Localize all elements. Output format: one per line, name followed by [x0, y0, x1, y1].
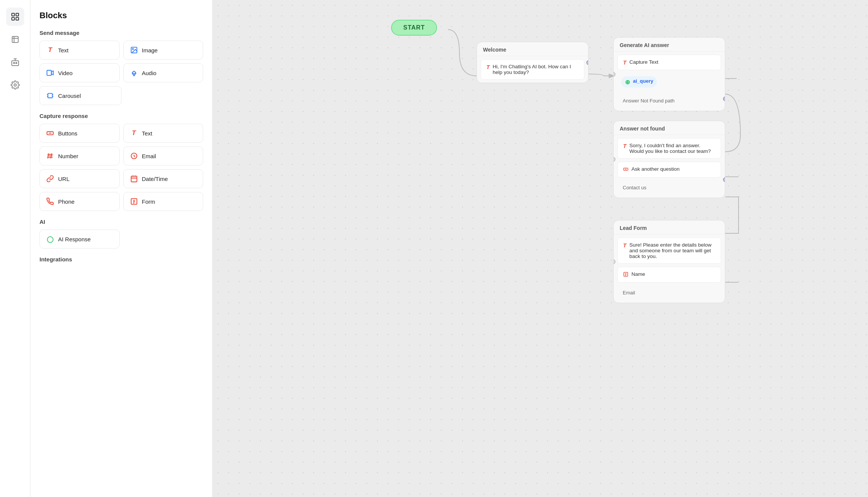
- section-capture-response: Capture response: [39, 113, 203, 119]
- video-icon: [46, 69, 54, 77]
- start-node: START: [391, 20, 437, 36]
- lead-form-card: Lead Form T Sure! Please enter the detai…: [613, 220, 725, 303]
- number-icon: [46, 152, 54, 160]
- answer-not-found-row-3: Contact us: [617, 181, 721, 195]
- lead-text-icon: T: [623, 242, 627, 248]
- ai-query-container: ⊕ ai_query: [617, 73, 721, 91]
- svg-rect-0: [12, 13, 14, 16]
- block-buttons[interactable]: Buttons: [39, 124, 120, 143]
- carousel-icon: [46, 91, 54, 100]
- answer-not-found-row-1: T Sorry, I couldn't find an answer. Woul…: [617, 138, 721, 159]
- ai-query-icon: ⊕: [625, 79, 630, 86]
- svg-point-12: [133, 71, 135, 74]
- block-text-capture[interactable]: T Text: [123, 124, 204, 143]
- block-form-label: Form: [142, 198, 155, 205]
- block-number-label: Number: [58, 153, 78, 159]
- form-icon: [130, 197, 138, 206]
- section-send-message: Send message: [39, 30, 203, 36]
- block-buttons-label: Buttons: [58, 130, 77, 137]
- welcome-text-icon: T: [486, 64, 490, 70]
- block-carousel[interactable]: Carousel: [39, 86, 122, 105]
- block-audio-label: Audio: [142, 70, 156, 76]
- svg-point-6: [13, 63, 14, 64]
- text-capture-icon: T: [130, 129, 138, 137]
- answer-not-found-row-2: Ask another question: [617, 162, 721, 178]
- svg-rect-4: [12, 36, 18, 42]
- block-text-capture-label: Text: [142, 130, 153, 137]
- ai-grid: ◯ AI Response: [39, 230, 203, 248]
- lead-form-header: Lead Form: [614, 220, 725, 234]
- sidebar-title: Blocks: [39, 11, 203, 20]
- answer-left-connector: [613, 157, 615, 162]
- block-number[interactable]: Number: [39, 146, 120, 165]
- block-carousel-label: Carousel: [58, 93, 81, 99]
- block-datetime-label: Date/Time: [142, 176, 168, 182]
- block-email[interactable]: Email: [123, 146, 204, 165]
- nav-settings[interactable]: [6, 76, 24, 94]
- block-video[interactable]: Video: [39, 63, 120, 82]
- block-text[interactable]: T Text: [39, 41, 120, 60]
- url-icon: [46, 175, 54, 183]
- answer-not-found-card: Answer not found T Sorry, I couldn't fin…: [613, 121, 725, 198]
- block-image-label: Image: [142, 47, 158, 53]
- generate-ai-card: Generate AI answer T Capture Text ⊕ ai_q…: [613, 37, 725, 111]
- block-url[interactable]: URL: [39, 169, 120, 188]
- capture-text-icon: T: [623, 60, 627, 66]
- block-phone-label: Phone: [58, 198, 74, 205]
- svg-rect-2: [12, 17, 14, 20]
- section-integrations: Integrations: [39, 256, 203, 263]
- welcome-card: Welcome T Hi, I'm Chatling's AI bot. How…: [477, 42, 589, 83]
- answer-connector-1: [723, 177, 725, 182]
- svg-rect-13: [48, 93, 52, 98]
- welcome-row-1: T Hi, I'm Chatling's AI bot. How can I h…: [481, 59, 584, 80]
- buttons-icon: [46, 129, 54, 137]
- block-email-label: Email: [142, 153, 156, 159]
- lead-form-row-3: Email: [617, 286, 721, 300]
- lead-form-row-2: Name: [617, 267, 721, 283]
- lead-form-row-1: T Sure! Please enter the details below a…: [617, 237, 721, 264]
- generate-ai-row-1: T Capture Text: [617, 55, 721, 70]
- svg-point-8: [14, 84, 16, 86]
- ask-question-icon: [623, 167, 628, 173]
- nav-item-2[interactable]: [6, 30, 24, 49]
- canvas: START Welcome T Hi, I'm Chatling's AI bo…: [213, 0, 868, 497]
- svg-point-7: [16, 63, 17, 64]
- block-text-label: Text: [58, 47, 69, 53]
- svg-rect-1: [16, 13, 19, 16]
- generate-ai-header: Generate AI answer: [614, 38, 725, 52]
- email-icon: [130, 152, 138, 160]
- name-form-icon: [623, 272, 628, 278]
- nav-blocks[interactable]: [6, 8, 24, 26]
- answer-not-found-header: Answer not found: [614, 121, 725, 135]
- answer-connector-2: [723, 197, 725, 198]
- block-image[interactable]: Image: [123, 41, 204, 60]
- welcome-header: Welcome: [477, 42, 588, 56]
- welcome-connector: [586, 60, 589, 65]
- text-icon: T: [46, 46, 54, 54]
- nav-bot[interactable]: [6, 53, 24, 71]
- image-icon: [130, 46, 138, 54]
- block-url-label: URL: [58, 176, 69, 182]
- block-form[interactable]: Form: [123, 192, 204, 211]
- lead-left-connector: [613, 259, 615, 264]
- svg-rect-11: [47, 70, 52, 75]
- block-ai-response[interactable]: ◯ AI Response: [39, 230, 120, 248]
- svg-rect-16: [131, 176, 137, 182]
- ai-icon: ◯: [46, 235, 54, 243]
- section-ai: AI: [39, 219, 203, 225]
- block-datetime[interactable]: Date/Time: [123, 169, 204, 188]
- datetime-icon: [130, 175, 138, 183]
- icon-nav: [0, 0, 30, 497]
- send-message-grid: T Text Image Video: [39, 41, 203, 105]
- gen-ai-connector-1: [723, 96, 725, 101]
- svg-rect-5: [12, 61, 19, 66]
- block-video-label: Video: [58, 70, 73, 76]
- audio-icon: [130, 69, 138, 77]
- phone-icon: [46, 197, 54, 206]
- block-audio[interactable]: Audio: [123, 63, 204, 82]
- block-phone[interactable]: Phone: [39, 192, 120, 211]
- capture-response-grid: Buttons T Text Number Email: [39, 124, 203, 211]
- svg-point-10: [132, 49, 133, 49]
- answer-text-icon: T: [623, 143, 627, 149]
- svg-rect-3: [16, 17, 19, 20]
